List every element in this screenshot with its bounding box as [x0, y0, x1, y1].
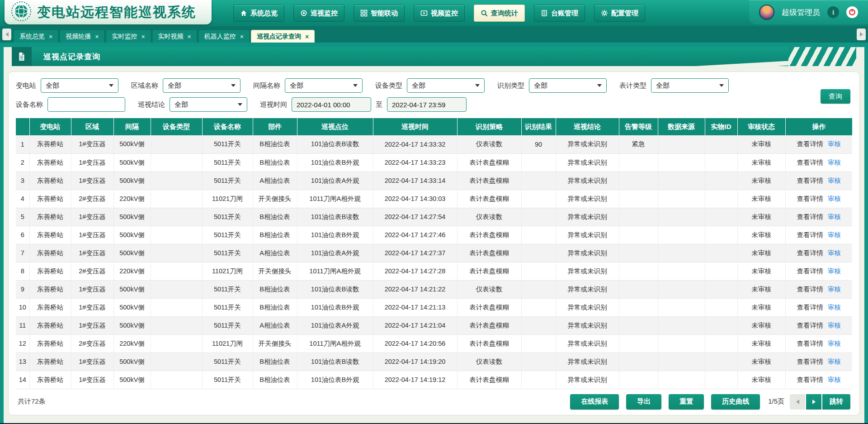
audit-link[interactable]: 审核	[828, 140, 841, 148]
filters-row-1: 变电站 全部 区域名称 全部 间隔名称 全部	[16, 78, 852, 93]
device-type-filter-label: 设备类型	[375, 81, 402, 90]
jump-button[interactable]: 跳转	[822, 394, 850, 410]
cell: 2022-04-17 14:33:14	[373, 172, 457, 190]
history-curve-button[interactable]: 历史曲线	[711, 394, 760, 410]
tab-bar: 系统总览 × 视频轮播 × 实时监控 × 实时视频 × 机器人监控 × 巡视点记…	[0, 26, 868, 43]
tab-realtime-video[interactable]: 实时视频 ×	[152, 30, 197, 43]
view-detail-link[interactable]: 查看详情	[797, 213, 823, 220]
next-page-button[interactable]	[806, 394, 821, 410]
online-report-button[interactable]: 在线报表	[570, 394, 619, 410]
tab-scroll-right-button[interactable]	[857, 29, 866, 40]
tab-realtime-monitor[interactable]: 实时监控 ×	[106, 30, 151, 43]
view-detail-link[interactable]: 查看详情	[797, 358, 823, 365]
substation-select[interactable]: 全部	[41, 78, 118, 93]
cell	[705, 135, 737, 153]
export-button[interactable]: 导出	[626, 394, 661, 410]
meter-type-select[interactable]: 全部	[651, 78, 729, 93]
cell	[151, 371, 202, 389]
audit-link[interactable]: 审核	[828, 159, 841, 166]
cell	[658, 353, 705, 371]
main-nav: 系统总览 巡视监控 智能联动 视频监控 查询统计 台账管理 配置管理	[233, 5, 645, 22]
col-recognition-strategy: 识别策略	[457, 118, 521, 135]
cell: 5011开关	[202, 298, 253, 316]
audit-link[interactable]: 审核	[828, 322, 841, 329]
avatar[interactable]	[759, 5, 774, 20]
tab-video-carousel[interactable]: 视频轮播 ×	[60, 30, 104, 43]
view-detail-link[interactable]: 查看详情	[797, 340, 823, 347]
close-icon[interactable]: ×	[305, 33, 309, 40]
close-icon[interactable]: ×	[141, 33, 145, 40]
view-detail-link[interactable]: 查看详情	[797, 304, 823, 311]
tab-scroll-left-button[interactable]	[2, 29, 11, 40]
cell	[151, 334, 202, 353]
cell: 2022-04-17 14:20:56	[373, 334, 457, 353]
nav-config-management[interactable]: 配置管理	[594, 5, 645, 22]
view-detail-link[interactable]: 查看详情	[797, 267, 823, 275]
time-to-input[interactable]	[387, 97, 467, 112]
conclusion-select[interactable]: 全部	[170, 97, 247, 112]
audit-link[interactable]: 审核	[828, 340, 841, 347]
cell: 5011开关	[202, 226, 253, 244]
audit-link[interactable]: 审核	[828, 267, 841, 275]
audit-link[interactable]: 审核	[828, 286, 841, 293]
view-detail-link[interactable]: 查看详情	[797, 159, 823, 166]
close-icon[interactable]: ×	[240, 33, 244, 40]
power-logout-icon[interactable]	[846, 6, 858, 18]
close-icon[interactable]: ×	[49, 33, 52, 40]
audit-link[interactable]: 审核	[828, 231, 841, 238]
cell: 11021刀闸	[202, 262, 253, 280]
bay-select[interactable]: 全部	[285, 78, 363, 93]
audit-link[interactable]: 审核	[828, 195, 841, 202]
tab-inspection-record-query[interactable]: 巡视点记录查询 ×	[251, 30, 315, 43]
cell: 未审核	[737, 153, 785, 172]
view-detail-link[interactable]: 查看详情	[797, 231, 823, 238]
col-data-source: 数据来源	[658, 118, 705, 135]
device-type-select[interactable]: 全部	[407, 78, 485, 93]
cell	[619, 226, 658, 244]
view-detail-link[interactable]: 查看详情	[797, 322, 823, 329]
prev-page-button[interactable]	[790, 394, 805, 410]
close-icon[interactable]: ×	[95, 33, 99, 40]
cell: 东善桥站	[29, 226, 71, 244]
nav-video-monitor[interactable]: 视频监控	[414, 5, 465, 22]
cell: 异常或未识别	[556, 353, 619, 371]
cell: 开关侧接头	[253, 334, 297, 353]
nav-query-statistics[interactable]: 查询统计	[474, 5, 525, 22]
device-name-input[interactable]	[47, 97, 125, 112]
cell: 未审核	[737, 371, 785, 389]
view-detail-link[interactable]: 查看详情	[797, 140, 823, 148]
audit-link[interactable]: 审核	[828, 213, 841, 220]
cell: 5011开关	[202, 153, 253, 172]
view-detail-link[interactable]: 查看详情	[797, 286, 823, 293]
cell	[151, 208, 202, 226]
query-button[interactable]: 查询	[821, 89, 850, 104]
cell: 异常或未识别	[556, 316, 619, 334]
recognition-type-select[interactable]: 全部	[529, 78, 607, 93]
audit-link[interactable]: 审核	[828, 249, 841, 257]
audit-link[interactable]: 审核	[828, 304, 841, 311]
view-detail-link[interactable]: 查看详情	[797, 376, 823, 383]
reset-button[interactable]: 重置	[669, 394, 704, 410]
tab-system-overview[interactable]: 系统总览 ×	[14, 30, 58, 43]
audit-link[interactable]: 审核	[828, 376, 841, 383]
cell: 5011开关	[202, 135, 253, 153]
cell: 2022-04-17 14:27:46	[373, 226, 457, 244]
view-detail-link[interactable]: 查看详情	[797, 195, 823, 202]
info-icon[interactable]: i	[827, 6, 839, 18]
view-detail-link[interactable]: 查看详情	[797, 177, 823, 184]
view-detail-link[interactable]: 查看详情	[797, 249, 823, 257]
nav-ledger-management[interactable]: 台账管理	[534, 5, 585, 22]
cell: 仪表读数	[457, 135, 521, 153]
device-name-label: 设备名称	[16, 100, 43, 109]
nav-smart-linkage[interactable]: 智能联动	[354, 5, 405, 22]
close-icon[interactable]: ×	[188, 33, 191, 40]
audit-link[interactable]: 审核	[828, 177, 841, 184]
nav-system-overview[interactable]: 系统总览	[233, 5, 284, 22]
nav-inspection-monitor[interactable]: 巡视监控	[293, 5, 344, 22]
audit-link[interactable]: 审核	[828, 358, 841, 365]
area-select[interactable]: 全部	[163, 78, 241, 93]
time-from-input[interactable]	[292, 97, 371, 112]
cell	[705, 298, 737, 316]
cell	[658, 334, 705, 353]
tab-robot-monitor[interactable]: 机器人监控 ×	[198, 30, 250, 43]
